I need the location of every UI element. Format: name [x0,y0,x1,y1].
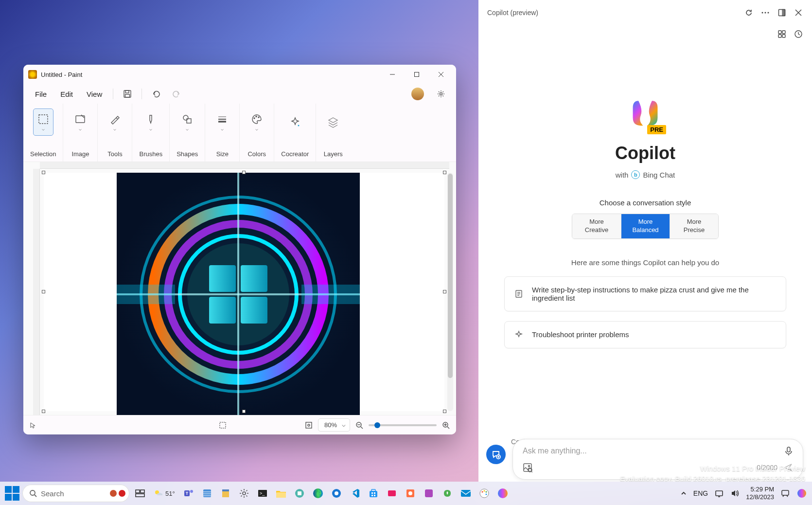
ask-input[interactable] [523,447,784,455]
svg-line-69 [35,495,36,497]
resize-handle[interactable] [242,410,246,413]
resize-handle[interactable] [42,171,45,174]
svg-rect-72 [136,494,144,497]
paint-taskbar-icon[interactable] [477,486,492,501]
image-search-icon[interactable] [523,463,532,472]
resize-handle[interactable] [42,410,45,413]
language-indicator[interactable]: ENG [693,489,708,497]
weather-widget[interactable]: 51° [154,488,175,498]
app-icon-5[interactable] [384,486,400,501]
network-icon[interactable] [715,489,724,497]
store-icon[interactable] [366,486,381,501]
date: 12/8/2023 [746,493,774,501]
undo-icon[interactable] [147,86,165,102]
plugins-icon[interactable] [777,29,787,39]
copilot-header: Copilot (preview) [478,0,812,25]
size-tool[interactable]: ⌵ [212,108,232,136]
cocreator-tool[interactable] [285,108,305,136]
clock[interactable]: 5:29 PM 12/8/2023 [746,486,774,501]
suggestion-2-text: Troubleshoot printer problems [532,330,629,339]
zoom-in-icon[interactable] [441,421,450,430]
image-tool[interactable]: ⌵ [70,108,90,136]
canvas-viewport[interactable] [44,173,444,411]
settings-app-icon[interactable] [236,486,252,501]
app-icon-6[interactable] [403,486,418,501]
taskbar-search[interactable]: Search [22,485,129,502]
suggestion-1[interactable]: Write step-by-step instructions to make … [504,276,786,311]
zoom-dropdown[interactable]: 80% [318,418,350,432]
refresh-icon[interactable] [744,8,754,18]
resize-handle[interactable] [443,290,446,293]
app-icon-7[interactable] [421,486,437,501]
paint-titlebar[interactable]: Untitled - Paint [23,65,456,84]
search-decoration [110,490,125,497]
edge-icon[interactable] [310,486,326,501]
suggestion-2[interactable]: Troubleshoot printer problems [504,321,786,348]
center-icon[interactable] [304,421,313,430]
copilot-tray-icon[interactable] [796,488,807,499]
layers-tool[interactable] [323,108,343,136]
explorer-icon[interactable] [273,486,289,501]
selection-tool[interactable]: ⌵ [33,108,53,136]
paint-ribbon: ⌵Selection ⌵Image ⌵Tools ⌵Brushes ⌵Shape… [23,104,456,162]
style-creative[interactable]: MoreCreative [572,214,621,238]
more-icon[interactable] [760,8,770,18]
copilot-taskbar-icon[interactable] [495,486,511,501]
svg-text:>_: >_ [260,491,265,496]
mail-icon[interactable] [458,486,474,501]
zoom-slider[interactable] [369,424,437,426]
resize-handle[interactable] [443,410,446,413]
close-icon[interactable] [794,8,803,18]
app-icon-2[interactable] [218,486,233,501]
menu-edit[interactable]: Edit [54,87,79,101]
svg-rect-31 [117,285,175,304]
app-icon-3[interactable] [292,486,307,501]
svg-rect-88 [298,491,301,495]
resize-handle[interactable] [242,171,246,174]
menu-file[interactable]: File [29,87,53,101]
app-icon-8[interactable] [440,486,455,501]
brushes-tool[interactable]: ⌵ [141,108,161,136]
minimize-button[interactable] [380,65,405,84]
notifications-icon[interactable] [781,489,790,498]
new-topic-button[interactable] [486,445,506,464]
svg-rect-6 [125,94,130,97]
resize-handle[interactable] [42,290,45,293]
ruler-vertical [33,169,40,415]
terminal-icon[interactable]: >_ [255,486,270,501]
volume-icon[interactable] [730,489,739,497]
task-view-icon[interactable] [132,486,148,501]
app-icon-1[interactable] [199,486,215,501]
vscode-icon[interactable] [347,486,363,501]
resize-handle[interactable] [443,171,446,174]
app-icon-4[interactable] [329,486,344,501]
teams-icon[interactable]: T [181,486,196,501]
settings-icon[interactable] [432,86,450,102]
pre-badge: PRE [647,125,666,134]
microphone-icon[interactable] [784,446,793,456]
zoom-out-icon[interactable] [355,421,364,430]
scrollbar-vertical[interactable] [447,173,453,411]
history-icon[interactable] [794,29,803,39]
svg-rect-101 [461,490,471,497]
style-precise[interactable]: MorePrecise [670,214,718,238]
start-button[interactable] [5,486,19,501]
dock-icon[interactable] [777,8,787,18]
svg-point-7 [440,93,442,95]
user-avatar[interactable] [411,88,424,100]
fit-icon[interactable] [219,421,227,429]
system-tray: ENG 5:29 PM 12/8/2023 [681,486,807,501]
maximize-button[interactable] [405,65,429,84]
style-balanced[interactable]: MoreBalanced [621,214,670,238]
tray-chevron-icon[interactable] [681,490,687,496]
canvas[interactable] [44,173,444,411]
svg-point-18 [298,125,299,126]
tools-tool[interactable]: ⌵ [105,108,125,136]
svg-point-17 [258,117,259,118]
save-icon[interactable] [118,86,137,102]
svg-rect-32 [301,285,360,304]
shapes-tool[interactable]: ⌵ [177,108,197,136]
close-button[interactable] [429,65,453,84]
menu-view[interactable]: View [81,87,108,101]
colors-tool[interactable]: ⌵ [247,108,267,136]
